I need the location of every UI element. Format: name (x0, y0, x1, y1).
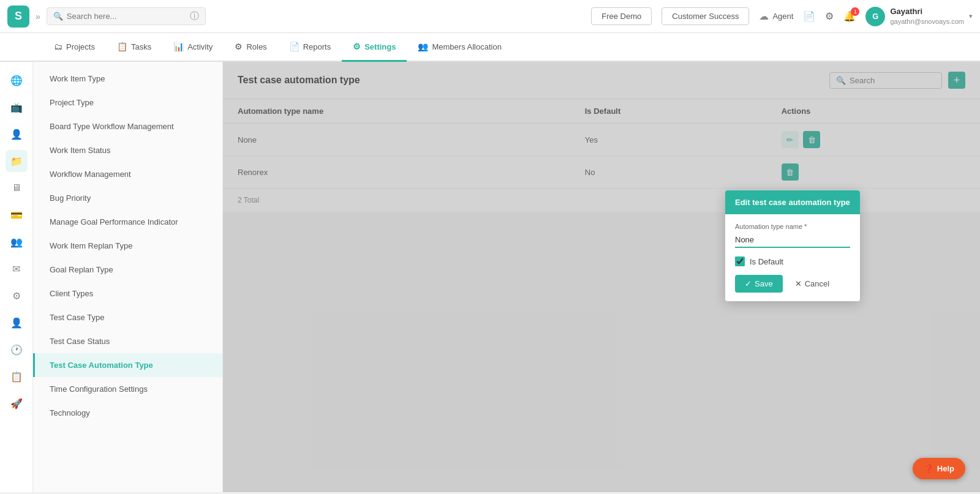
modal-cancel-button[interactable]: ✕ Cancel (788, 275, 837, 293)
sidebar-item-test-case-type[interactable]: Test Case Type (33, 305, 222, 329)
is-default-label: Is Default (750, 257, 783, 266)
modal-header: Edit test case automation type (725, 190, 860, 214)
is-default-checkbox[interactable] (735, 256, 745, 266)
sidebar-item-test-case-automation[interactable]: Test Case Automation Type (33, 353, 222, 377)
tab-activity[interactable]: 📊 Activity (162, 33, 224, 62)
info-icon[interactable]: ⓘ (190, 10, 199, 22)
tab-roles-label: Roles (246, 42, 266, 51)
activity-icon: 📊 (173, 42, 184, 51)
sidebar-item-board-type[interactable]: Board Type Workflow Management (33, 114, 222, 138)
modal-title: Edit test case automation type (735, 198, 850, 207)
help-button[interactable]: ❓ Help (913, 458, 965, 479)
user-name: Gayathri (890, 7, 964, 17)
help-label: Help (937, 464, 954, 473)
sidebar-icon-launch[interactable]: 🚀 (6, 392, 28, 414)
avatar: G (865, 7, 885, 26)
modal-save-button[interactable]: ✓ Save (735, 275, 783, 293)
settings-icon[interactable]: ⚙ (825, 10, 834, 22)
tab-projects-label: Projects (66, 42, 95, 51)
main-layout: 🌐 📺 👤 📁 🖥 💳 👥 ✉ ⚙ 👤 🕐 📋 🚀 Work Item Type… (0, 62, 980, 492)
notification-icon[interactable]: 🔔 1 (843, 10, 856, 22)
sidebar-icon-group[interactable]: 👥 (6, 231, 28, 253)
search-input[interactable] (67, 12, 186, 21)
edit-modal: Edit test case automation type Automatio… (725, 190, 860, 301)
sidebar-item-project-type[interactable]: Project Type (33, 91, 222, 114)
sidebar-item-goal-performance[interactable]: Manage Goal Performance Indicator (33, 210, 222, 234)
modal-field-label: Automation type name * (735, 223, 850, 230)
customer-success-button[interactable]: Customer Success (662, 7, 749, 25)
sidebar-icon-mail[interactable]: ✉ (6, 258, 28, 280)
top-bar: S » 🔍 ⓘ Free Demo Customer Success ☁ Age… (0, 0, 980, 33)
check-icon: ✓ (745, 279, 752, 288)
sidebar-item-workflow-management[interactable]: Workflow Management (33, 162, 222, 186)
settings-tab-icon: ⚙ (353, 42, 361, 51)
sidebar-icon-clock[interactable]: 🕐 (6, 339, 28, 361)
user-menu[interactable]: G Gayathri gayathri@snovoays.com ▾ (865, 7, 973, 26)
sidebar-item-work-item-replan[interactable]: Work Item Replan Type (33, 234, 222, 258)
sidebar-item-bug-priority[interactable]: Bug Priority (33, 186, 222, 210)
projects-icon: 🗂 (54, 42, 62, 51)
expand-icon[interactable]: » (36, 12, 40, 21)
tab-reports[interactable]: 📄 Reports (278, 33, 342, 62)
search-icon: 🔍 (53, 12, 63, 21)
top-nav-actions: Free Demo Customer Success ☁ Agent 📄 ⚙ 🔔… (591, 7, 973, 26)
sidebar-icon-folder[interactable]: 📁 (6, 150, 28, 172)
roles-icon: ⚙ (235, 42, 243, 51)
icon-sidebar: 🌐 📺 👤 📁 🖥 💳 👥 ✉ ⚙ 👤 🕐 📋 🚀 (0, 62, 33, 492)
tab-members-label: Members Allocation (432, 42, 501, 51)
document-icon[interactable]: 📄 (803, 10, 815, 22)
sidebar-item-client-types[interactable]: Client Types (33, 282, 222, 305)
tab-tasks-label: Tasks (131, 42, 151, 51)
tab-settings-label: Settings (364, 42, 396, 51)
sidebar-icon-tv[interactable]: 📺 (6, 96, 28, 118)
tasks-icon: 📋 (117, 42, 127, 51)
sidebar-item-test-case-status[interactable]: Test Case Status (33, 329, 222, 353)
x-icon: ✕ (795, 279, 802, 288)
modal-overlay (223, 62, 980, 492)
main-content: Test case automation type 🔍 + Automation… (223, 62, 980, 492)
reports-icon: 📄 (289, 42, 300, 51)
sidebar-item-goal-replan[interactable]: Goal Replan Type (33, 258, 222, 282)
notification-badge: 1 (851, 7, 859, 16)
agent-area: ☁ Agent (759, 10, 793, 22)
sidebar-item-technology[interactable]: Technology (33, 401, 222, 425)
sidebar-icon-person[interactable]: 👤 (6, 123, 28, 145)
tab-members-allocation[interactable]: 👥 Members Allocation (407, 33, 512, 62)
sidebar-item-work-item-type[interactable]: Work Item Type (33, 67, 222, 91)
tab-roles[interactable]: ⚙ Roles (224, 33, 277, 62)
sidebar-icon-report[interactable]: 📋 (6, 365, 28, 387)
second-nav: 🗂 Projects 📋 Tasks 📊 Activity ⚙ Roles 📄 … (0, 33, 980, 62)
sidebar-icon-user[interactable]: 👤 (6, 312, 28, 334)
modal-actions: ✓ Save ✕ Cancel (735, 275, 850, 293)
global-search-bar[interactable]: 🔍 ⓘ (47, 7, 206, 25)
tab-reports-label: Reports (303, 42, 331, 51)
sidebar-item-time-config[interactable]: Time Configuration Settings (33, 377, 222, 401)
save-label: Save (755, 279, 773, 288)
tab-tasks[interactable]: 📋 Tasks (106, 33, 162, 62)
agent-label[interactable]: Agent (772, 12, 793, 21)
sidebar-item-work-item-status[interactable]: Work Item Status (33, 138, 222, 162)
user-email: gayathri@snovoays.com (890, 17, 964, 26)
agent-cloud-icon: ☁ (759, 10, 769, 22)
sidebar-icon-monitor[interactable]: 🖥 (6, 177, 28, 199)
modal-checkbox-row: Is Default (735, 256, 850, 266)
tab-projects[interactable]: 🗂 Projects (43, 33, 106, 62)
help-icon: ❓ (924, 464, 933, 473)
app-logo[interactable]: S (7, 6, 29, 28)
chevron-down-icon: ▾ (969, 12, 973, 20)
modal-name-input[interactable] (735, 233, 850, 248)
sidebar-icon-globe[interactable]: 🌐 (6, 69, 28, 91)
cancel-label: Cancel (805, 279, 829, 288)
tab-activity-label: Activity (187, 42, 213, 51)
sidebar-icon-settings[interactable]: ⚙ (6, 285, 28, 307)
free-demo-button[interactable]: Free Demo (591, 7, 652, 25)
members-icon: 👥 (418, 42, 428, 51)
sidebar-icon-card[interactable]: 💳 (6, 204, 28, 226)
modal-body: Automation type name * Is Default ✓ Save… (725, 214, 860, 301)
settings-sidebar: Work Item Type Project Type Board Type W… (33, 62, 223, 492)
tab-settings[interactable]: ⚙ Settings (342, 33, 407, 62)
